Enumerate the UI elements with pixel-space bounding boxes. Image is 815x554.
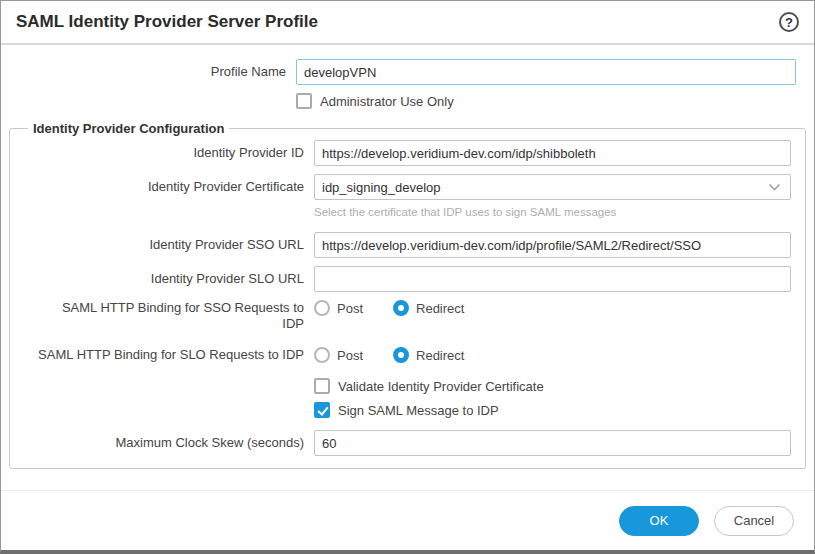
sso-url-input[interactable] (314, 232, 791, 258)
help-icon[interactable]: ? (779, 12, 799, 32)
ok-button[interactable]: OK (619, 506, 699, 536)
sso-binding-post-label: Post (337, 301, 363, 316)
idp-certificate-value: idp_signing_develop (322, 180, 441, 195)
sso-binding-redirect-label: Redirect (416, 301, 464, 316)
idp-id-row: Identity Provider ID (24, 140, 791, 166)
sso-binding-radio-group: Post Redirect (314, 300, 494, 316)
profile-name-row: Profile Name (9, 59, 796, 85)
idp-id-label: Identity Provider ID (24, 145, 314, 161)
slo-binding-post-label: Post (337, 348, 363, 363)
sign-saml-checkbox[interactable] (314, 402, 330, 418)
slo-url-input[interactable] (314, 266, 791, 292)
slo-url-row: Identity Provider SLO URL (24, 266, 791, 292)
admin-use-only-checkbox[interactable] (296, 93, 312, 109)
admin-use-only-row: Administrator Use Only (9, 93, 796, 109)
sign-saml-label: Sign SAML Message to IDP (338, 403, 499, 418)
clock-skew-row: Maximum Clock Skew (seconds) (24, 430, 791, 456)
slo-binding-label: SAML HTTP Binding for SLO Requests to ID… (24, 347, 314, 363)
dialog-footer: OK Cancel (1, 490, 814, 550)
dialog-header: SAML Identity Provider Server Profile ? (1, 1, 814, 45)
sso-binding-redirect-option[interactable]: Redirect (393, 300, 464, 316)
chevron-down-icon (768, 183, 781, 192)
slo-binding-row: SAML HTTP Binding for SLO Requests to ID… (24, 347, 791, 363)
idp-certificate-help-text: Select the certificate that IDP uses to … (314, 206, 791, 218)
validate-cert-label: Validate Identity Provider Certificate (338, 379, 544, 394)
idp-certificate-label: Identity Provider Certificate (24, 179, 314, 195)
idp-configuration-group: Identity Provider Configuration Identity… (9, 121, 806, 469)
clock-skew-label: Maximum Clock Skew (seconds) (24, 435, 314, 451)
validate-cert-row: Validate Identity Provider Certificate (24, 378, 791, 394)
sign-saml-row: Sign SAML Message to IDP (24, 402, 791, 418)
dialog-title: SAML Identity Provider Server Profile (16, 12, 318, 32)
sso-binding-post-radio[interactable] (314, 300, 330, 316)
slo-binding-radio-group: Post Redirect (314, 347, 494, 363)
idp-certificate-select[interactable]: idp_signing_develop (314, 174, 791, 200)
idp-id-input[interactable] (314, 140, 791, 166)
slo-binding-redirect-radio[interactable] (393, 347, 409, 363)
cancel-button[interactable]: Cancel (714, 506, 794, 536)
idp-certificate-row: Identity Provider Certificate idp_signin… (24, 174, 791, 200)
clock-skew-input[interactable] (314, 430, 791, 456)
profile-name-input[interactable] (296, 59, 796, 85)
slo-binding-redirect-label: Redirect (416, 348, 464, 363)
slo-url-label: Identity Provider SLO URL (24, 271, 314, 287)
sso-binding-post-option[interactable]: Post (314, 300, 363, 316)
sso-binding-label: SAML HTTP Binding for SSO Requests to ID… (24, 300, 314, 332)
sso-binding-row: SAML HTTP Binding for SSO Requests to ID… (24, 300, 791, 332)
sso-url-row: Identity Provider SSO URL (24, 232, 791, 258)
sso-binding-redirect-radio[interactable] (393, 300, 409, 316)
slo-binding-post-radio[interactable] (314, 347, 330, 363)
dialog-body: Profile Name Administrator Use Only Iden… (1, 45, 814, 469)
admin-use-only-label: Administrator Use Only (320, 94, 454, 109)
slo-binding-post-option[interactable]: Post (314, 347, 363, 363)
saml-idp-server-profile-dialog: SAML Identity Provider Server Profile ? … (0, 0, 815, 554)
sso-url-label: Identity Provider SSO URL (24, 237, 314, 253)
validate-cert-checkbox[interactable] (314, 378, 330, 394)
idp-configuration-legend: Identity Provider Configuration (28, 121, 229, 136)
slo-binding-redirect-option[interactable]: Redirect (393, 347, 464, 363)
profile-name-label: Profile Name (9, 64, 296, 80)
